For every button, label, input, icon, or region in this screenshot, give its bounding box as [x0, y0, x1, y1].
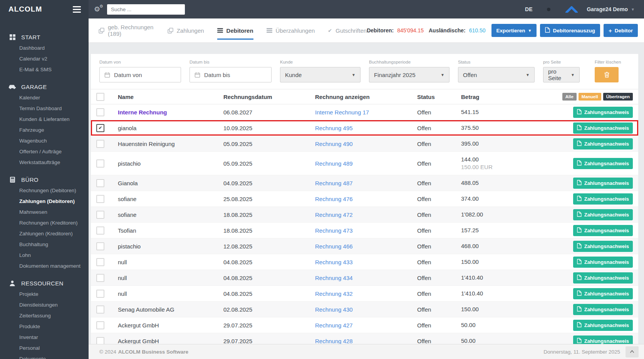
zahlungsnachweis-button[interactable]: Zahlungsnachweis — [573, 178, 633, 189]
sidebar-item-personal[interactable]: Personal — [0, 342, 89, 353]
table-row[interactable]: pistachio 05.09.2025 Rechnung 489 Offen … — [91, 152, 638, 175]
hamburger-menu-icon[interactable] — [73, 6, 81, 13]
row-invoice-link[interactable]: Rechnung 432 — [315, 290, 353, 297]
zahlungsnachweis-button[interactable]: Zahlungsnachweis — [573, 209, 633, 220]
language-selector[interactable]: DE — [525, 6, 532, 12]
row-invoice-link[interactable]: Rechnung 476 — [315, 196, 353, 202]
table-row[interactable]: Interne Rechnung 06.08.2027 Interne Rech… — [91, 104, 638, 120]
row-invoice-link[interactable]: Rechnung 472 — [315, 211, 353, 218]
sidebar-item-produkte[interactable]: Produkte — [0, 321, 89, 332]
sidebar-item-rechnungen-debitoren[interactable]: Rechnungen (Debitoren) — [0, 185, 89, 196]
table-row[interactable]: Tsofian 18.08.2025 Rechnung 473 Offen 15… — [91, 223, 638, 238]
sidebar-item-zeiterfassung[interactable]: Zeiterfassung — [0, 310, 89, 321]
pro-seite-select[interactable]: pro Seite▼ — [543, 67, 580, 82]
row-checkbox[interactable] — [96, 159, 104, 168]
exportieren-button[interactable]: Exportieren ▼ — [491, 24, 537, 37]
row-invoice-link[interactable]: Rechnung 495 — [315, 125, 353, 131]
zahlungsnachweis-button[interactable]: Zahlungsnachweis — [573, 320, 633, 331]
sidebar-item-offerten-auftr-ge[interactable]: Offerten / Aufträge — [0, 146, 89, 157]
sidebar-item-dokumente[interactable]: Dokumente — [0, 353, 89, 359]
select-all-checkbox[interactable] — [96, 93, 104, 101]
sidebar-item-termin-dashboard[interactable]: Termin Dashboard — [0, 103, 89, 114]
row-checkbox[interactable] — [96, 108, 104, 116]
sidebar-item-fahrzeuge[interactable]: Fahrzeuge — [0, 124, 89, 135]
sidebar-item-calendar-v2[interactable]: Calendar v2 — [0, 53, 89, 64]
zahlungsnachweis-button[interactable]: Zahlungsnachweis — [573, 241, 633, 252]
sidebar-item-mahnwesen[interactable]: Mahnwesen — [0, 206, 89, 217]
row-checkbox[interactable]: ✔ — [96, 124, 104, 132]
buchhaltungsperiode-select[interactable]: Finanzjahr 2025▼ — [369, 67, 449, 82]
table-row[interactable]: Gianola 04.09.2025 Rechnung 487 Offen 48… — [91, 175, 638, 191]
sidebar-section-header-garage[interactable]: GARAGE — [0, 81, 89, 92]
zahlungsnachweis-button[interactable]: Zahlungsnachweis — [573, 304, 633, 315]
table-row[interactable]: pistachio 12.08.2025 Rechnung 466 Offen … — [91, 238, 638, 254]
row-checkbox[interactable] — [96, 211, 104, 219]
tab-zahlungen[interactable]: Zahlungen — [168, 18, 204, 42]
zahlungsnachweis-button[interactable]: Zahlungsnachweis — [573, 336, 633, 344]
row-invoice-link[interactable]: Rechnung 487 — [315, 180, 353, 186]
sidebar-item-zahlungen-kreditoren[interactable]: Zahlungen (Kreditoren) — [0, 228, 89, 239]
sidebar-section-header-ressourcen[interactable]: RESSOURCEN — [0, 278, 89, 289]
tab-berzahlungen[interactable]: Überzahlungen — [267, 18, 315, 42]
search-input[interactable] — [107, 4, 185, 15]
sidebar-item-dashboard[interactable]: Dashboard — [0, 42, 89, 53]
table-row[interactable]: Ackergut GmbH 29.07.2025 Rechnung 428 Of… — [91, 333, 638, 344]
zahlungsnachweis-button[interactable]: Zahlungsnachweis — [573, 193, 633, 205]
row-invoice-link[interactable]: Rechnung 473 — [315, 227, 353, 234]
row-invoice-link[interactable]: Rechnung 490 — [315, 141, 353, 147]
table-row[interactable]: sofiane 18.08.2025 Rechnung 472 Offen 1'… — [91, 207, 638, 223]
tab-debitoren[interactable]: Debitoren — [217, 18, 253, 42]
row-invoice-link[interactable]: Rechnung 489 — [315, 160, 353, 167]
row-checkbox[interactable] — [96, 337, 104, 344]
row-checkbox[interactable] — [96, 179, 104, 187]
zahlungsnachweis-button[interactable]: Zahlungsnachweis — [573, 288, 633, 299]
table-row[interactable]: Senag Automobile AG 02.08.2025 Rechnung … — [91, 302, 638, 317]
sidebar-item-buchhaltung[interactable]: Buchhaltung — [0, 239, 89, 250]
zahlungsnachweis-button[interactable]: Zahlungsnachweis — [573, 122, 633, 134]
sidebar-item-lohn[interactable]: Lohn — [0, 250, 89, 260]
notification-dot-icon[interactable] — [547, 8, 550, 11]
table-row[interactable]: ✔ gianola 10.09.2025 Rechnung 495 Offen … — [91, 120, 638, 136]
sidebar-section-header-start[interactable]: START — [0, 32, 89, 42]
row-checkbox[interactable] — [96, 195, 104, 203]
table-row[interactable]: Ackergut GmbH 29.07.2025 Rechnung 427 Of… — [91, 317, 638, 333]
row-invoice-link[interactable]: Rechnung 433 — [315, 259, 353, 265]
row-invoice-link[interactable]: Rechnung 434 — [315, 275, 353, 281]
row-checkbox[interactable] — [96, 226, 104, 235]
sidebar-item-inventar[interactable]: Inventar — [0, 332, 89, 342]
sidebar-item-dokumenten-management[interactable]: Dokumenten management — [0, 260, 89, 271]
tab-geb-rechnungen-189[interactable]: geb. Rechnungen (189) — [99, 18, 154, 42]
zahlungsnachweis-button[interactable]: Zahlungsnachweis — [573, 138, 633, 149]
account-menu[interactable]: Garage24 Demo ▼ — [587, 6, 635, 12]
badge-manuell[interactable]: Manuell — [579, 93, 601, 101]
scroll-top-button[interactable] — [626, 346, 639, 357]
alcolm-chevron-logo-icon[interactable] — [565, 6, 578, 13]
datum-bis-input[interactable]: Datum bis — [190, 67, 272, 82]
sidebar-item-zahlungen-debitoren[interactable]: Zahlungen (Debitoren) — [0, 196, 89, 206]
zahlungsnachweis-button[interactable]: Zahlungsnachweis — [573, 158, 633, 169]
badge-alle[interactable]: Alle — [562, 93, 577, 101]
row-checkbox[interactable] — [96, 305, 104, 314]
sidebar-item-kalender[interactable]: Kalender — [0, 92, 89, 103]
add-debitor-button[interactable]: + Debitor — [604, 24, 638, 37]
debitorenauszug-button[interactable]: Debitorenauszug — [540, 24, 600, 37]
zahlungsnachweis-button[interactable]: Zahlungsnachweis — [573, 257, 633, 268]
row-invoice-link[interactable]: Interne Rechnung 17 — [315, 109, 369, 116]
row-checkbox[interactable] — [96, 290, 104, 298]
sidebar-item-projekte[interactable]: Projekte — [0, 289, 89, 299]
sidebar-item-wagenbuch[interactable]: Wagenbuch — [0, 135, 89, 146]
sidebar-item-dienstleistungen[interactable]: Dienstleistungen — [0, 299, 89, 310]
zahlungsnachweis-button[interactable]: Zahlungsnachweis — [573, 225, 633, 236]
row-invoice-link[interactable]: Rechnung 466 — [315, 243, 353, 250]
row-checkbox[interactable] — [96, 242, 104, 250]
zahlungsnachweis-button[interactable]: Zahlungsnachweis — [573, 107, 633, 118]
table-row[interactable]: sofiane 25.08.2025 Rechnung 476 Offen 37… — [91, 191, 638, 207]
table-row[interactable]: null 04.08.2025 Rechnung 434 Offen 1'410… — [91, 270, 638, 286]
datum-von-input[interactable]: Datum von — [99, 67, 181, 82]
row-checkbox[interactable] — [96, 274, 104, 282]
sidebar-section-header-b-ro[interactable]: BÜRO — [0, 174, 89, 185]
zahlungsnachweis-button[interactable]: Zahlungsnachweis — [573, 272, 633, 284]
table-row[interactable]: Hauenstein Reinigung 05.09.2025 Rechnung… — [91, 136, 638, 152]
row-checkbox[interactable] — [96, 258, 104, 266]
badge-bertragen[interactable]: Übertragen — [603, 93, 633, 101]
